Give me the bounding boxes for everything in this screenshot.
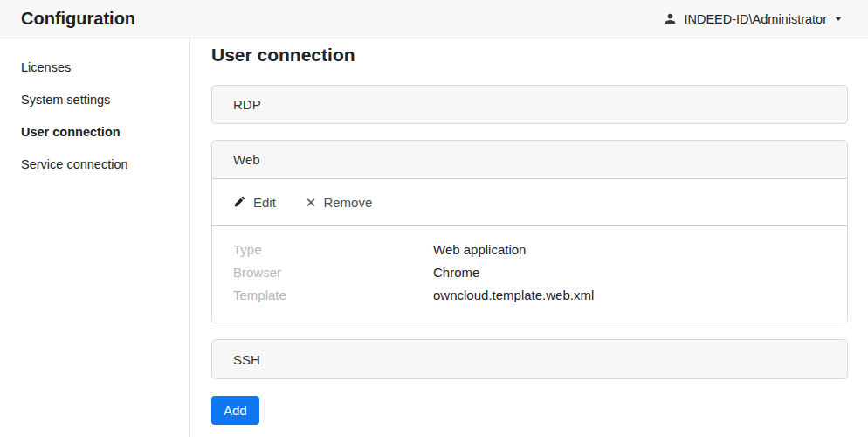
panel-ssh-title: SSH — [233, 352, 260, 367]
add-button[interactable]: Add — [211, 396, 259, 425]
field-label: Template — [233, 284, 433, 307]
panel-rdp[interactable]: RDP — [211, 85, 848, 124]
sidebar-item-service-connection[interactable]: Service connection — [0, 148, 189, 180]
field-label: Type — [233, 239, 433, 261]
panel-web-title: Web — [233, 152, 260, 167]
field-row-template: Template owncloud.template.web.xml — [233, 284, 826, 307]
edit-button-label: Edit — [253, 195, 276, 210]
user-menu-label: INDEED-ID\Administrator — [684, 12, 827, 26]
remove-button[interactable]: ✕ Remove — [306, 195, 372, 210]
field-label: Browser — [233, 261, 433, 284]
remove-button-label: Remove — [323, 195, 372, 210]
panel-rdp-title: RDP — [233, 97, 261, 112]
field-value: Web application — [433, 239, 526, 261]
x-icon: ✕ — [306, 196, 317, 209]
field-value: Chrome — [433, 261, 479, 284]
chevron-down-icon — [835, 17, 842, 21]
app-title: Configuration — [21, 9, 135, 29]
field-value: owncloud.template.web.xml — [433, 284, 594, 307]
field-row-browser: Browser Chrome — [233, 261, 826, 284]
main-content: User connection RDP Web Edit — [190, 38, 868, 437]
panel-web: Web Edit ✕ Remove Type — [211, 140, 848, 323]
field-row-type: Type Web application — [233, 239, 826, 261]
app-header: Configuration INDEED-ID\Administrator — [0, 0, 868, 38]
sidebar: Licenses System settings User connection… — [0, 38, 190, 437]
user-menu[interactable]: INDEED-ID\Administrator — [663, 11, 842, 26]
sidebar-item-system-settings[interactable]: System settings — [0, 83, 189, 115]
sidebar-item-licenses[interactable]: Licenses — [0, 51, 189, 83]
edit-button[interactable]: Edit — [233, 195, 276, 211]
panel-ssh[interactable]: SSH — [211, 339, 848, 379]
pencil-icon — [233, 195, 246, 211]
panel-web-body: Type Web application Browser Chrome Temp… — [212, 226, 847, 323]
page-title: User connection — [211, 44, 848, 66]
sidebar-item-user-connection[interactable]: User connection — [0, 115, 189, 148]
panel-web-header[interactable]: Web — [212, 141, 847, 179]
person-icon — [663, 11, 678, 26]
panel-web-toolbar: Edit ✕ Remove — [212, 179, 847, 226]
